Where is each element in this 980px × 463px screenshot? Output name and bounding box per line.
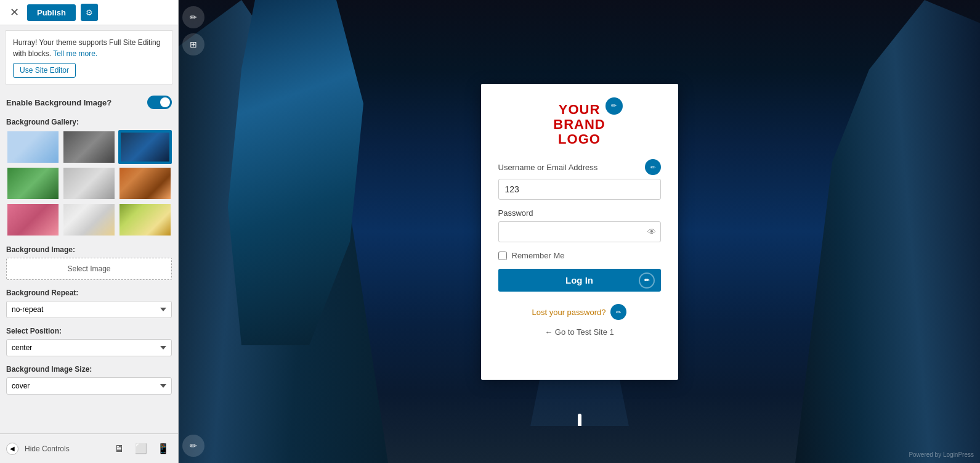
bg-image-label: Background Image:	[6, 245, 172, 254]
password-label: Password	[498, 208, 533, 218]
bg-repeat-label: Background Repeat:	[6, 289, 172, 297]
prev-icon: ◀	[10, 445, 15, 452]
back-to-site-link[interactable]: ← Go to Test Site 1	[545, 327, 614, 337]
publish-button[interactable]: Publish	[27, 4, 76, 21]
position-select[interactable]: center top bottom left right	[6, 339, 172, 356]
desktop-view-button[interactable]: 🖥	[110, 440, 128, 457]
gallery-label: Background Gallery:	[6, 118, 172, 126]
enable-bg-label: Enable Background Image?	[6, 98, 111, 107]
select-position-group: Select Position: center top bottom left …	[6, 327, 172, 356]
login-button-label: Log In	[565, 275, 593, 285]
password-input[interactable]	[498, 221, 661, 242]
bg-repeat-group: Background Repeat: no-repeat repeat repe…	[6, 289, 172, 318]
username-label-row: Username or Email Address ✏	[498, 159, 661, 175]
enable-bg-toggle[interactable]	[147, 96, 172, 109]
left-panel: ✕ Publish ⚙ Hurray! Your theme supports …	[0, 0, 179, 463]
bg-gallery-group: Background Gallery:	[6, 118, 172, 237]
username-label: Username or Email Address	[498, 163, 598, 172]
lost-password-link[interactable]: Lost your password?	[532, 308, 606, 317]
remember-me-checkbox[interactable]	[498, 252, 507, 260]
mobile-view-button[interactable]: 📱	[155, 440, 172, 457]
panel-bottom-toolbar: ✏	[179, 435, 208, 463]
gallery-item-3[interactable]	[118, 130, 172, 164]
hide-controls-label: Hide Controls	[25, 445, 70, 453]
brand-line2: BRAND	[553, 117, 605, 132]
password-wrapper: 👁	[498, 221, 661, 242]
username-group: Username or Email Address ✏	[498, 159, 661, 200]
gallery-item-1[interactable]	[6, 130, 60, 164]
brand-line1: YOUR	[559, 102, 601, 117]
brand-line3: LOGO	[558, 131, 601, 147]
gallery-item-6[interactable]	[118, 166, 172, 200]
select-image-button[interactable]: Select Image	[6, 258, 172, 280]
tell-me-more-link[interactable]: Tell me more.	[53, 49, 97, 58]
figure	[578, 414, 581, 426]
bg-size-label: Background Image Size:	[6, 365, 172, 374]
controls-scroll[interactable]: Enable Background Image? Background Gall…	[0, 89, 178, 463]
enable-bg-toggle-row: Enable Background Image?	[6, 96, 172, 109]
gallery-item-5[interactable]	[62, 166, 116, 200]
tablet-view-button[interactable]: ⬜	[132, 440, 150, 457]
top-bar: ✕ Publish ⚙	[0, 0, 178, 25]
credit-text: Powered by LoginPress	[909, 451, 974, 458]
right-panel: ✏ ⊞ ✏ YOUR BRAND LOGO ✏ Username or Emai…	[179, 0, 980, 463]
view-icons: 🖥 ⬜ 📱	[110, 440, 172, 457]
bottom-bar: ◀ Hide Controls 🖥 ⬜ 📱	[0, 433, 178, 463]
gallery-item-2[interactable]	[62, 130, 116, 164]
username-edit-button[interactable]: ✏	[645, 159, 661, 175]
edit-bottom-icon-btn[interactable]: ✏	[182, 435, 205, 457]
login-button[interactable]: Log In ✏	[498, 269, 661, 292]
gallery-item-9[interactable]	[118, 203, 172, 237]
lost-password-edit-button[interactable]: ✏	[610, 304, 626, 320]
gallery-grid	[6, 130, 172, 237]
password-label-row: Password	[498, 208, 661, 218]
brand-logo: YOUR BRAND LOGO ✏	[553, 102, 605, 147]
close-button[interactable]: ✕	[6, 4, 22, 20]
prev-arrow[interactable]: ◀	[6, 443, 18, 455]
bg-size-select[interactable]: cover contain auto	[6, 377, 172, 395]
gallery-item-8[interactable]	[62, 203, 116, 237]
panel-toolbar: ✏ ⊞	[179, 0, 208, 463]
gallery-item-7[interactable]	[6, 203, 60, 237]
select-position-label: Select Position:	[6, 327, 172, 335]
password-toggle-eye[interactable]: 👁	[647, 227, 656, 237]
bg-image-group: Background Image: Select Image	[6, 245, 172, 280]
bg-size-group: Background Image Size: cover contain aut…	[6, 365, 172, 395]
use-site-editor-button[interactable]: Use Site Editor	[13, 63, 76, 78]
logo-edit-button[interactable]: ✏	[605, 97, 623, 115]
bg-repeat-select[interactable]: no-repeat repeat repeat-x repeat-y	[6, 301, 172, 318]
notice-box: Hurray! Your theme supports Full Site Ed…	[5, 30, 173, 84]
remember-me-row: Remember Me	[498, 251, 661, 260]
password-group: Password 👁	[498, 208, 661, 242]
login-card: YOUR BRAND LOGO ✏ Username or Email Addr…	[481, 84, 678, 380]
customize-icon-btn[interactable]: ✏	[182, 6, 205, 28]
layers-icon-btn[interactable]: ⊞	[182, 33, 205, 55]
username-input[interactable]	[498, 179, 661, 200]
lost-password-row: Lost your password? ✏	[532, 304, 627, 320]
settings-button[interactable]: ⚙	[81, 4, 98, 21]
gallery-item-4[interactable]	[6, 166, 60, 200]
remember-me-label: Remember Me	[512, 251, 565, 260]
hide-controls-button[interactable]: Hide Controls	[25, 445, 70, 453]
login-button-edit-icon: ✏	[639, 272, 655, 289]
